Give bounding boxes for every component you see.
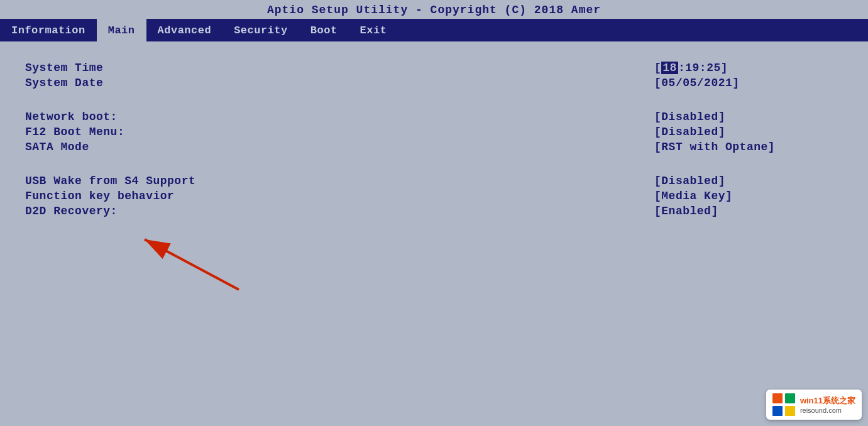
title-text: Aptio Setup Utility - Copyright (C) 2018…: [267, 4, 601, 16]
main-content: System Time [18:19:25] System Date [05/0…: [0, 41, 868, 421]
watermark-logo: [772, 393, 795, 416]
value-sata-mode: [RST with Optane]: [654, 141, 843, 153]
bios-screen: Aptio Setup Utility - Copyright (C) 2018…: [0, 0, 868, 426]
svg-rect-4: [772, 406, 783, 416]
nav-information[interactable]: Information: [0, 19, 97, 41]
watermark-text: win11系统之家 reisound.com: [800, 395, 855, 414]
row-function-key[interactable]: Function key behavior [Media Key]: [25, 188, 843, 204]
watermark: win11系统之家 reisound.com: [766, 390, 862, 420]
svg-line-1: [145, 239, 239, 290]
time-hours: 18: [661, 62, 678, 74]
value-system-time: [18:19:25]: [654, 62, 843, 74]
nav-advanced[interactable]: Advanced: [146, 19, 223, 41]
nav-bar[interactable]: Information Main Advanced Security Boot …: [0, 19, 868, 41]
value-function-key: [Media Key]: [654, 190, 843, 202]
label-function-key: Function key behavior: [25, 190, 289, 202]
label-d2d-recovery: D2D Recovery:: [25, 205, 289, 217]
row-f12-boot-menu[interactable]: F12 Boot Menu: [Disabled]: [25, 124, 843, 139]
svg-rect-2: [772, 393, 783, 403]
label-usb-wake: USB Wake from S4 Support: [25, 175, 289, 187]
label-system-date: System Date: [25, 77, 289, 89]
title-bar: Aptio Setup Utility - Copyright (C) 2018…: [0, 0, 868, 19]
row-network-boot[interactable]: Network boot: [Disabled]: [25, 109, 843, 124]
nav-boot[interactable]: Boot: [299, 19, 349, 41]
nav-main[interactable]: Main: [97, 19, 146, 41]
row-system-time[interactable]: System Time [18:19:25]: [25, 60, 843, 75]
svg-rect-5: [785, 406, 795, 416]
value-f12-boot-menu: [Disabled]: [654, 126, 843, 138]
svg-rect-3: [785, 393, 795, 403]
annotation-arrow: [126, 221, 251, 302]
row-usb-wake[interactable]: USB Wake from S4 Support [Disabled]: [25, 173, 843, 188]
value-d2d-recovery: [Enabled]: [654, 205, 843, 217]
nav-exit[interactable]: Exit: [349, 19, 398, 41]
section-boot: Network boot: [Disabled] F12 Boot Menu: …: [25, 109, 843, 155]
row-sata-mode[interactable]: SATA Mode [RST with Optane]: [25, 139, 843, 155]
nav-security[interactable]: Security: [222, 19, 299, 41]
label-f12-boot-menu: F12 Boot Menu:: [25, 126, 289, 138]
value-usb-wake: [Disabled]: [654, 175, 843, 187]
section-usb-func: USB Wake from S4 Support [Disabled] Func…: [25, 173, 843, 219]
value-network-boot: [Disabled]: [654, 111, 843, 123]
value-system-date: [05/05/2021]: [654, 77, 843, 89]
label-network-boot: Network boot:: [25, 111, 289, 123]
label-system-time: System Time: [25, 62, 289, 74]
watermark-brand: win11系统之家: [800, 395, 855, 407]
row-system-date[interactable]: System Date [05/05/2021]: [25, 75, 843, 90]
row-d2d-recovery[interactable]: D2D Recovery: [Enabled]: [25, 204, 843, 219]
watermark-url: reisound.com: [800, 407, 855, 414]
label-sata-mode: SATA Mode: [25, 141, 289, 153]
section-datetime: System Time [18:19:25] System Date [05/0…: [25, 60, 843, 90]
